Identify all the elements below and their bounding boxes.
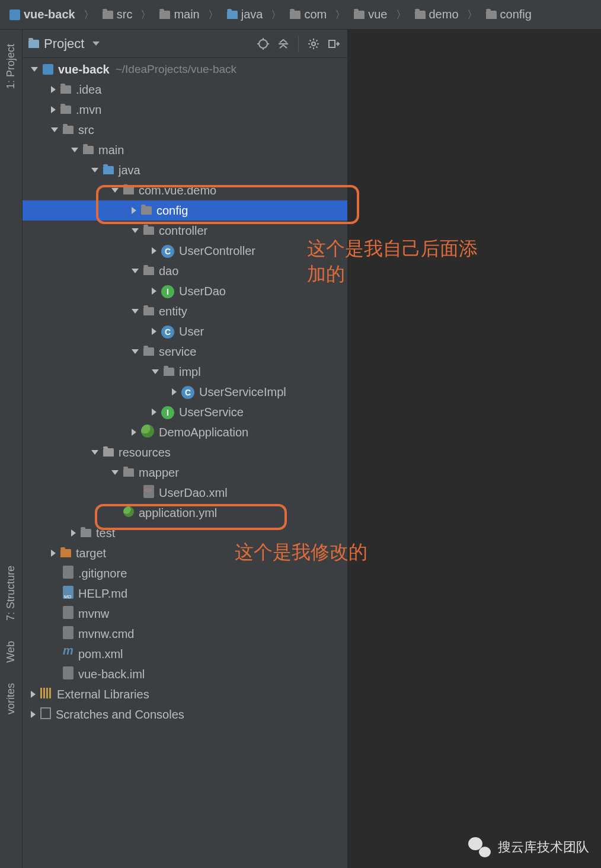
tree-node--gitignore[interactable]: .gitignore bbox=[23, 563, 347, 583]
project-tree[interactable]: vue-back~/IdeaProjects/vue-back.idea.mvn… bbox=[23, 58, 347, 868]
breadcrumb-item-demo[interactable]: demo bbox=[411, 7, 462, 23]
chevron-down-icon[interactable] bbox=[91, 168, 98, 173]
chevron-right-icon[interactable] bbox=[172, 388, 177, 395]
tree-node-dao[interactable]: dao bbox=[23, 261, 347, 281]
tree-node-mvnw[interactable]: mvnw bbox=[23, 604, 347, 624]
project-view-selector[interactable]: Project bbox=[28, 36, 251, 52]
folder-icon bbox=[141, 204, 152, 218]
breadcrumb-item-com[interactable]: com bbox=[286, 7, 330, 23]
locate-icon[interactable] bbox=[255, 36, 271, 52]
chevron-right-icon[interactable] bbox=[152, 409, 156, 416]
favorites-label: vorites bbox=[5, 683, 17, 714]
tree-node-label: UserServiceImpl bbox=[199, 385, 286, 399]
chevron-down-icon[interactable] bbox=[31, 67, 38, 72]
chevron-right-icon[interactable] bbox=[71, 529, 76, 537]
hide-panel-icon[interactable] bbox=[326, 36, 341, 52]
structure-tool-tab[interactable]: 7: Structure bbox=[2, 559, 20, 628]
tree-node-vue-back-iml[interactable]: vue-back.iml bbox=[23, 664, 347, 684]
chevron-right-icon[interactable] bbox=[152, 288, 156, 295]
libraries-icon bbox=[40, 688, 52, 701]
tree-node-userdao[interactable]: IUserDao bbox=[23, 281, 347, 301]
chevron-down-icon[interactable] bbox=[132, 309, 139, 314]
chevron-down-icon[interactable] bbox=[152, 369, 159, 374]
chevron-right-icon[interactable] bbox=[132, 207, 136, 214]
tree-node-help-md[interactable]: HELP.md bbox=[23, 583, 347, 604]
tree-node-userserviceimpl[interactable]: CUserServiceImpl bbox=[23, 382, 347, 402]
tree-node-label: vue-back bbox=[58, 63, 110, 76]
tree-node-resources[interactable]: resources bbox=[23, 442, 347, 462]
web-tool-tab[interactable]: Web bbox=[2, 634, 20, 670]
breadcrumb-item-java[interactable]: java bbox=[223, 7, 267, 23]
markdown-file-icon bbox=[63, 586, 73, 602]
project-view-title: Project bbox=[44, 36, 84, 52]
tree-node-com-vue-demo[interactable]: com.vue.demo bbox=[23, 180, 347, 200]
tree-node-demoapplication[interactable]: DemoApplication bbox=[23, 422, 347, 442]
tree-node-service[interactable]: service bbox=[23, 342, 347, 362]
tree-node-config[interactable]: config bbox=[23, 200, 347, 221]
chevron-right-icon[interactable] bbox=[132, 429, 136, 436]
chevron-right-icon[interactable] bbox=[31, 711, 36, 718]
tree-node-label: impl bbox=[179, 365, 201, 379]
tree-node-label: target bbox=[76, 547, 106, 560]
chevron-down-icon[interactable] bbox=[71, 148, 78, 152]
tree-node-pom-xml[interactable]: pom.xml bbox=[23, 644, 347, 664]
tree-node-scratches-and-consoles[interactable]: Scratches and Consoles bbox=[23, 704, 347, 725]
breadcrumb-item-vue-back[interactable]: vue-back bbox=[6, 7, 79, 23]
chevron-right-icon[interactable] bbox=[152, 247, 156, 254]
tree-node-controller[interactable]: controller bbox=[23, 221, 347, 241]
favorites-tool-tab[interactable]: vorites bbox=[2, 676, 20, 722]
chevron-right-icon: 〉 bbox=[208, 8, 219, 22]
breadcrumb-item-main[interactable]: main bbox=[156, 7, 203, 23]
tree-node-application-yml[interactable]: application.yml bbox=[23, 503, 347, 523]
chevron-right-icon[interactable] bbox=[51, 550, 56, 557]
chevron-right-icon[interactable] bbox=[152, 328, 156, 335]
chevron-right-icon[interactable] bbox=[31, 691, 36, 698]
tree-node-userservice[interactable]: IUserService bbox=[23, 402, 347, 422]
maven-file-icon bbox=[63, 646, 73, 662]
editor-area bbox=[347, 30, 601, 868]
tree-node-main[interactable]: main bbox=[23, 140, 347, 160]
project-tool-tab[interactable]: 1: Project bbox=[2, 37, 20, 96]
tree-node-external-libraries[interactable]: External Libraries bbox=[23, 684, 347, 704]
chevron-right-icon[interactable] bbox=[51, 106, 56, 113]
tree-node-userdao-xml[interactable]: UserDao.xml bbox=[23, 483, 347, 503]
tree-node--mvn[interactable]: .mvn bbox=[23, 100, 347, 120]
folder-icon bbox=[290, 11, 300, 19]
folder-icon bbox=[103, 11, 113, 19]
folder-icon bbox=[60, 103, 71, 117]
side-tool-window-tabs: 1: Project 7: Structure Web vorites bbox=[0, 30, 23, 868]
chevron-right-icon[interactable] bbox=[51, 86, 56, 93]
chevron-down-icon[interactable] bbox=[132, 269, 139, 273]
folder-icon bbox=[143, 345, 154, 359]
breadcrumb-item-vue[interactable]: vue bbox=[350, 7, 391, 23]
tree-node-label: UserDao bbox=[179, 285, 226, 298]
tree-node-mapper[interactable]: mapper bbox=[23, 462, 347, 483]
chevron-down-icon[interactable] bbox=[132, 349, 139, 354]
watermark-text: 搜云库技术团队 bbox=[498, 838, 589, 856]
chevron-down-icon[interactable] bbox=[132, 228, 139, 233]
tree-node-vue-back[interactable]: vue-back~/IdeaProjects/vue-back bbox=[23, 59, 347, 79]
chevron-down-icon[interactable] bbox=[111, 470, 119, 475]
tree-node-impl[interactable]: impl bbox=[23, 362, 347, 382]
tree-node-src[interactable]: src bbox=[23, 120, 347, 140]
settings-gear-icon[interactable] bbox=[306, 36, 321, 52]
tree-node--idea[interactable]: .idea bbox=[23, 79, 347, 100]
tree-node-usercontroller[interactable]: CUserController bbox=[23, 241, 347, 261]
tree-node-java[interactable]: java bbox=[23, 160, 347, 180]
tree-node-user[interactable]: CUser bbox=[23, 321, 347, 342]
tree-node-label: .gitignore bbox=[78, 567, 127, 580]
chevron-down-icon[interactable] bbox=[91, 450, 98, 455]
java-class-icon: C bbox=[181, 385, 194, 399]
chevron-right-icon: 〉 bbox=[271, 8, 282, 22]
collapse-all-icon[interactable] bbox=[276, 36, 291, 52]
tree-node-mvnw-cmd[interactable]: mvnw.cmd bbox=[23, 624, 347, 644]
chevron-down-icon[interactable] bbox=[51, 127, 58, 132]
tree-node-entity[interactable]: entity bbox=[23, 301, 347, 321]
tree-node-label: mapper bbox=[139, 466, 179, 480]
tree-node-label: controller bbox=[159, 224, 207, 238]
chevron-down-icon[interactable] bbox=[111, 188, 119, 193]
breadcrumb-item-config[interactable]: config bbox=[482, 7, 535, 23]
folder-icon bbox=[143, 264, 154, 278]
breadcrumb-item-src[interactable]: src bbox=[99, 7, 136, 23]
file-icon bbox=[63, 626, 73, 642]
